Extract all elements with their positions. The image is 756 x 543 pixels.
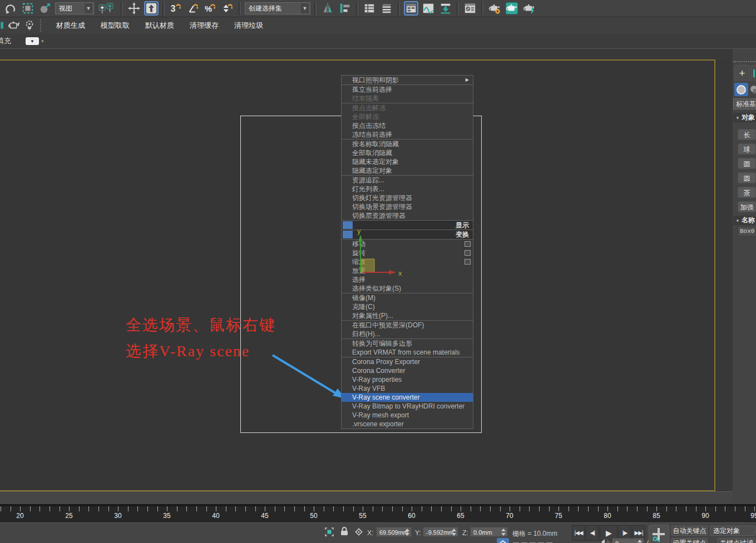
menu-item[interactable]: 镜像(M) — [342, 293, 473, 302]
script-button-5[interactable]: 清理垃圾 — [227, 18, 270, 33]
menu-item[interactable]: V-Ray mesh export — [342, 411, 473, 420]
rollout-name-color[interactable]: ▼名称 — [733, 216, 756, 225]
menu-item[interactable]: 按名称取消隐藏 — [342, 140, 473, 148]
auto-key-big-button[interactable] — [649, 525, 669, 543]
menu-item[interactable]: 转换为可编辑多边形 — [342, 339, 473, 348]
track-bar[interactable] — [0, 491, 733, 505]
menu-item[interactable]: 冻结当前选择 — [342, 130, 473, 139]
menu-item[interactable]: 资源追踪... — [342, 176, 473, 185]
z-coord-field[interactable]: 0.0mm — [470, 527, 508, 537]
object-type-button-3[interactable]: 圆 — [738, 158, 756, 169]
selected-object-dropdown[interactable]: 选定对象 — [710, 526, 755, 536]
time-ruler[interactable]: 20253035404550556065707580859095 — [0, 504, 756, 522]
light-bulb-icon[interactable] — [22, 18, 37, 33]
dope-sheet-icon[interactable] — [438, 1, 453, 16]
menu-item[interactable]: 孤立当前选择 — [342, 85, 473, 94]
settings-box-icon[interactable] — [465, 259, 471, 265]
select-and-move-icon[interactable] — [127, 1, 141, 16]
spinner-snap-icon[interactable] — [220, 1, 235, 16]
menu-item[interactable]: Export VRMAT from scene materials — [342, 348, 473, 357]
selection-lock-icon[interactable] — [340, 526, 349, 536]
menu-item[interactable]: 按点击冻结 — [342, 121, 473, 130]
align-icon[interactable] — [338, 1, 352, 16]
menu-item[interactable]: 在视口中预览景深(DOF) — [342, 321, 473, 330]
rollout-object-type[interactable]: ▼对象 — [733, 113, 756, 122]
fill-dropdown[interactable]: ▼ — [26, 37, 39, 45]
x-coord-field[interactable]: 69.509mm — [376, 527, 412, 537]
previous-frame-button[interactable]: ◀| — [586, 525, 599, 541]
object-type-button-1[interactable]: 长 — [738, 129, 756, 140]
scene-explorer-icon[interactable] — [404, 1, 418, 16]
absolute-offset-mode-icon[interactable] — [353, 526, 364, 537]
percent-snap-icon[interactable]: % — [203, 1, 218, 16]
select-and-link-icon[interactable] — [38, 1, 52, 16]
transform-gizmo[interactable]: y x — [334, 227, 412, 282]
script-button-2[interactable]: 模型取取 — [93, 18, 137, 33]
menu-item[interactable]: 隐藏未选定对象 — [342, 157, 473, 166]
named-selection-set-dropdown[interactable]: 创建选择集▼ — [245, 2, 310, 14]
script-button-3[interactable]: 默认材质 — [138, 18, 181, 33]
rendered-frame-window-icon[interactable] — [505, 1, 519, 16]
menu-item[interactable]: 切换层资源管理器 — [342, 211, 473, 220]
menu-item[interactable]: Corona Converter — [342, 366, 473, 375]
mirror-icon[interactable] — [320, 1, 335, 16]
frame-nav-icon[interactable] — [601, 539, 611, 543]
go-to-start-button[interactable]: |◀◀ — [572, 525, 585, 541]
y-spinner[interactable] — [452, 529, 457, 536]
script-button-1[interactable]: 材质生成 — [49, 18, 92, 33]
object-type-button-6[interactable]: 加强 — [738, 201, 756, 212]
menu-item[interactable]: 视口照明和阴影▶ — [342, 76, 473, 84]
script-button-4[interactable]: 清理缓存 — [182, 18, 226, 33]
x-spinner[interactable] — [405, 529, 410, 536]
y-coord-field[interactable]: -9.592mm — [423, 527, 458, 537]
menu-item[interactable]: 切换灯光资源管理器 — [342, 193, 473, 202]
auto-key-button[interactable]: 自动关键点 — [671, 526, 708, 536]
angle-snap-icon[interactable] — [186, 1, 200, 16]
menu-item[interactable]: 切换场景资源管理器 — [342, 202, 473, 211]
object-type-button-5[interactable]: 茶 — [738, 187, 756, 198]
menu-item[interactable]: 选择类似对象(S) — [342, 284, 473, 293]
menu-item[interactable]: V-Ray VFB — [342, 384, 473, 393]
ribbon-toggle-icon[interactable] — [379, 1, 394, 16]
isolate-selection-icon[interactable] — [324, 527, 334, 537]
menu-item[interactable]: 对象属性(P)... — [342, 311, 473, 320]
geometry-type-dropdown[interactable]: 标准基 — [733, 98, 756, 109]
snap-toggle-3d-icon[interactable]: 3 — [169, 1, 183, 16]
menu-item[interactable]: 灯光列表... — [342, 185, 473, 193]
teapot-icon[interactable] — [7, 18, 21, 33]
selection-region-icon[interactable] — [21, 1, 35, 16]
menu-item[interactable]: 归档(H)... — [342, 330, 473, 338]
material-editor-icon[interactable] — [463, 1, 477, 16]
frame-spinner[interactable] — [638, 540, 643, 543]
menu-item[interactable]: 克隆(C) — [342, 302, 473, 311]
shapes-category-icon[interactable] — [750, 84, 756, 95]
curve-editor-icon[interactable] — [421, 1, 436, 16]
tab-create[interactable]: + — [734, 65, 750, 81]
object-name-field[interactable]: Box0 — [738, 226, 756, 236]
menu-item[interactable]: 全部取消隐藏 — [342, 148, 473, 157]
set-key-button[interactable]: 设置关键点 — [671, 538, 708, 543]
panel-drag-handle[interactable] — [733, 61, 755, 64]
menu-item[interactable]: Corona Proxy Exporter — [342, 357, 473, 366]
snap-pins-icon[interactable] — [97, 1, 117, 16]
menu-item[interactable]: V-Ray scene converter — [342, 393, 473, 402]
z-spinner[interactable] — [501, 529, 506, 536]
object-type-button-4[interactable]: 圆 — [738, 172, 756, 183]
menu-item[interactable]: V-Ray Bitmap to VRayHDRI converter — [342, 402, 473, 411]
select-and-place-icon[interactable] — [144, 1, 159, 16]
render-production-icon[interactable] — [522, 1, 536, 16]
tab-modify-partial[interactable] — [751, 65, 756, 81]
view-coordinate-dropdown[interactable]: 视图▼ — [55, 2, 94, 14]
layer-explorer-icon[interactable] — [362, 1, 377, 16]
frame-number-field[interactable]: 0 — [612, 538, 644, 543]
object-type-button-2[interactable]: 球 — [738, 143, 756, 155]
menu-item[interactable]: V-Ray properties — [342, 375, 473, 384]
menu-item[interactable]: .vrscene exporter — [342, 420, 473, 429]
key-filter-button[interactable]: 关键点过滤 — [718, 538, 755, 543]
status-badge-icon[interactable] — [497, 538, 509, 543]
menu-item[interactable]: 隐藏选定对象 — [342, 166, 473, 175]
settings-box-icon[interactable] — [465, 241, 471, 247]
undo-icon[interactable] — [3, 1, 18, 16]
render-setup-icon[interactable] — [487, 1, 502, 16]
geometry-category-icon[interactable] — [734, 83, 748, 96]
